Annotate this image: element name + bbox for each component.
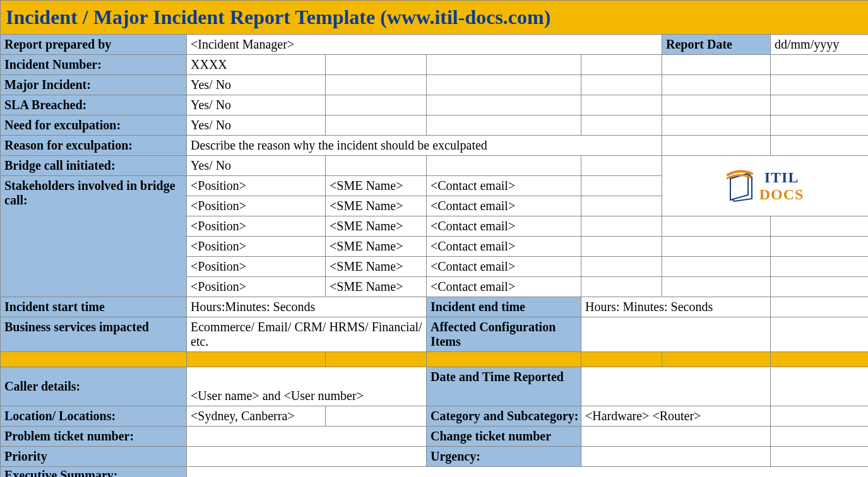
bridge-call-value: Yes/ No bbox=[187, 156, 326, 176]
incident-number-label: Incident Number: bbox=[1, 55, 187, 75]
separator-row bbox=[1, 352, 869, 367]
stakeholder-position: <Position> bbox=[187, 257, 326, 277]
stakeholder-email: <Contact email> bbox=[427, 237, 581, 257]
stakeholder-email: <Contact email> bbox=[427, 216, 581, 237]
date-time-reported-label: Date and Time Reported bbox=[427, 367, 581, 406]
stakeholder-sme: <SME Name> bbox=[326, 176, 427, 196]
logo-text-itil: ITIL bbox=[764, 169, 799, 186]
stakeholder-position: <Position> bbox=[187, 277, 326, 297]
row-bridge-call: Bridge call initiated: Yes/ No ITIL DOCS bbox=[1, 156, 869, 176]
reason-exculpation-label: Reason for exculpation: bbox=[1, 136, 187, 156]
stakeholder-email: <Contact email> bbox=[427, 257, 581, 277]
stakeholder-position: <Position> bbox=[187, 176, 326, 196]
stakeholder-position: <Position> bbox=[187, 237, 326, 257]
change-ticket-label: Change ticket number bbox=[427, 427, 581, 447]
report-prepared-by-value: <Incident Manager> bbox=[187, 35, 662, 55]
location-label: Location/ Locations: bbox=[1, 406, 187, 427]
major-incident-value: Yes/ No bbox=[187, 75, 326, 95]
stakeholder-sme: <SME Name> bbox=[326, 257, 427, 277]
row-report-prepared: Report prepared by <Incident Manager> Re… bbox=[1, 35, 869, 55]
caller-details-value: <User name> and <User number> bbox=[187, 367, 427, 406]
category-label: Category and Subcategory: bbox=[427, 406, 581, 427]
problem-ticket-label: Problem ticket number: bbox=[1, 427, 187, 447]
category-value: <Hardware> <Router> bbox=[581, 406, 771, 427]
sla-breached-value: Yes/ No bbox=[187, 95, 326, 115]
stakeholders-label: Stakeholders involved in bridge call: bbox=[1, 176, 187, 297]
business-services-value: Ecommerce/ Email/ CRM/ HRMS/ Financial/ … bbox=[187, 317, 427, 352]
row-location: Location/ Locations: <Sydney, Canberra> … bbox=[1, 406, 869, 427]
logo-text-docs: DOCS bbox=[759, 186, 804, 203]
row-exec-summary: Executive Summary: bbox=[1, 467, 869, 478]
stakeholder-sme: <SME Name> bbox=[326, 277, 427, 297]
row-incident-number: Incident Number: XXXX bbox=[1, 55, 869, 75]
exec-summary-label: Executive Summary: bbox=[1, 467, 187, 478]
row-major-incident: Major Incident: Yes/ No bbox=[1, 75, 869, 95]
stakeholder-email: <Contact email> bbox=[427, 176, 581, 196]
urgency-label: Urgency: bbox=[427, 447, 581, 467]
caller-details-label: Caller details: bbox=[1, 367, 187, 406]
business-services-label: Business services impacted bbox=[1, 317, 187, 352]
stakeholder-email: <Contact email> bbox=[427, 277, 581, 297]
report-date-label: Report Date bbox=[662, 35, 771, 55]
need-exculpation-value: Yes/ No bbox=[187, 115, 326, 136]
row-reason-exculpation: Reason for exculpation: Describe the rea… bbox=[1, 136, 869, 156]
stakeholder-email: <Contact email> bbox=[427, 196, 581, 216]
affected-ci-label: Affected Configuration Items bbox=[427, 317, 581, 352]
row-priority: Priority Urgency: bbox=[1, 447, 869, 467]
report-prepared-by-label: Report prepared by bbox=[1, 35, 187, 55]
row-need-exculpation: Need for exculpation: Yes/ No bbox=[1, 115, 869, 136]
row-incident-times: Incident start time Hours:Minutes: Secon… bbox=[1, 297, 869, 317]
incident-number-value: XXXX bbox=[187, 55, 326, 75]
priority-label: Priority bbox=[1, 447, 187, 467]
incident-start-value: Hours:Minutes: Seconds bbox=[187, 297, 427, 317]
stakeholder-position: <Position> bbox=[187, 196, 326, 216]
stakeholder-sme: <SME Name> bbox=[326, 196, 427, 216]
document-title: Incident / Major Incident Report Templat… bbox=[1, 1, 869, 35]
bridge-call-label: Bridge call initiated: bbox=[1, 156, 187, 176]
report-date-value: dd/mm/yyyy bbox=[771, 35, 869, 55]
row-sla-breached: SLA Breached: Yes/ No bbox=[1, 95, 869, 115]
row-caller-details: Caller details: <User name> and <User nu… bbox=[1, 367, 869, 406]
sla-breached-label: SLA Breached: bbox=[1, 95, 187, 115]
row-problem-ticket: Problem ticket number: Change ticket num… bbox=[1, 427, 869, 447]
need-exculpation-label: Need for exculpation: bbox=[1, 115, 187, 136]
stakeholder-sme: <SME Name> bbox=[326, 237, 427, 257]
incident-end-value: Hours: Minutes: Seconds bbox=[581, 297, 771, 317]
itil-docs-logo-icon bbox=[727, 170, 756, 203]
reason-exculpation-value: Describe the reason why the incident sho… bbox=[187, 136, 662, 156]
row-business-services: Business services impacted Ecommerce/ Em… bbox=[1, 317, 869, 352]
title-row: Incident / Major Incident Report Templat… bbox=[1, 1, 869, 35]
location-value: <Sydney, Canberra> bbox=[187, 406, 326, 427]
logo-cell: ITIL DOCS bbox=[662, 156, 869, 216]
incident-end-label: Incident end time bbox=[427, 297, 581, 317]
incident-start-label: Incident start time bbox=[1, 297, 187, 317]
major-incident-label: Major Incident: bbox=[1, 75, 187, 95]
stakeholder-sme: <SME Name> bbox=[326, 216, 427, 237]
stakeholder-position: <Position> bbox=[187, 216, 326, 237]
incident-report-table: Incident / Major Incident Report Templat… bbox=[0, 0, 868, 477]
